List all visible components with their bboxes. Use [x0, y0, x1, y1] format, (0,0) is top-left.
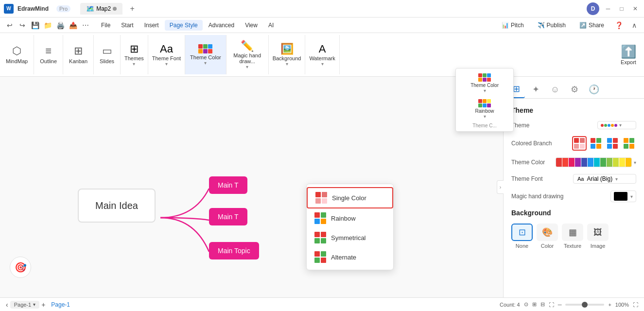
theme-font-button[interactable]: Aa Theme Font ▾ [148, 35, 185, 74]
slides-button[interactable]: ▭ Slides [94, 35, 121, 74]
svg-rect-12 [314, 251, 320, 257]
branch-option-1[interactable] [572, 136, 587, 151]
canvas[interactable]: Main Idea Main T Main T Main Topic 🎯 [0, 77, 503, 297]
background-button[interactable]: 🖼️ Background ▾ [269, 35, 306, 74]
zoom-level: 100% [615, 302, 629, 308]
theme-color-icon [198, 44, 212, 53]
context-rainbow[interactable]: Rainbow [307, 208, 393, 228]
panel-tab-emoji[interactable]: ☺ [546, 81, 564, 98]
fit-icon[interactable]: ⊙ [524, 301, 528, 308]
mindmap-button[interactable]: ⬡ MindMap [0, 35, 34, 74]
collapse-ribbon-button[interactable]: ∧ [628, 19, 640, 31]
export-quick-button[interactable]: 📤 [67, 19, 79, 31]
export-button[interactable]: ⬆️ Export [613, 35, 644, 74]
context-symmetrical[interactable]: Symmetrical [307, 228, 393, 247]
menu-advanced[interactable]: Advanced [204, 20, 239, 31]
main-idea-node[interactable]: Main Idea [78, 189, 156, 223]
fit-view-button[interactable]: ⛶ [633, 302, 638, 308]
panel-tab-ai[interactable]: ✦ [527, 81, 544, 98]
magic-hand-color[interactable]: ▾ [610, 190, 636, 202]
right-panel: › ⊞ ✦ ☺ ⚙ 🕐 Theme Theme [503, 77, 644, 297]
magic-hand-button[interactable]: ✏️ Magic hand draw... ▾ [226, 35, 269, 74]
title-bar-right: D ─ □ ✕ [587, 2, 640, 15]
dropdown-theme-color[interactable]: Theme Color ▾ [456, 70, 513, 96]
panel-tabs: ⊞ ✦ ☺ ⚙ 🕐 [504, 77, 644, 99]
panel-tab-settings[interactable]: ⚙ [566, 81, 583, 98]
theme-color-selector[interactable]: ▾ [556, 157, 636, 167]
theme-dropdown-arrow: ▾ [619, 122, 622, 128]
panel-tab-clock[interactable]: 🕐 [585, 81, 603, 98]
font-selector[interactable]: Aa Arial (Big) ▾ [573, 174, 636, 184]
more-button[interactable]: ⋯ [80, 19, 91, 31]
outline-button[interactable]: ≡ Outline [34, 35, 63, 74]
dropdown-theme-color-label: Theme Color [470, 83, 499, 88]
menu-start[interactable]: Start [116, 20, 138, 31]
svg-rect-21 [596, 138, 601, 143]
context-alternate[interactable]: Alternate [307, 247, 393, 267]
branch-option-2[interactable] [589, 136, 603, 151]
menu-file[interactable]: File [96, 20, 115, 31]
watermark-button[interactable]: A Watermark ▾ [305, 35, 339, 74]
publish-button[interactable]: ✈️ Publish [533, 20, 571, 31]
undo-button[interactable]: ↩ [4, 19, 16, 31]
dropdown-rainbow[interactable]: Rainbow ▾ [456, 96, 513, 122]
svg-rect-4 [314, 212, 320, 218]
pitch-button[interactable]: 📊 Pitch [497, 20, 529, 31]
current-page[interactable]: Page-1 ▾ [10, 301, 39, 309]
branch-options [572, 136, 636, 151]
bg-none[interactable]: ⊡ None [511, 224, 533, 249]
svg-rect-13 [321, 251, 326, 257]
page-dropdown-arrow: ▾ [33, 302, 35, 307]
page-nav-prev[interactable]: ‹ [6, 301, 8, 309]
add-page-button[interactable]: + [41, 301, 45, 309]
menu-page-style[interactable]: Page Style [165, 20, 203, 31]
collapse-panel-button[interactable]: › [497, 180, 504, 194]
folder-button[interactable]: 📁 [42, 19, 53, 31]
minimize-button[interactable]: ─ [603, 4, 613, 14]
theme-section-title: Theme [511, 106, 636, 114]
menu-bar: ↩ ↪ 💾 📁 🖨️ 📤 ⋯ File Start Insert Page St… [0, 17, 644, 33]
branch-option-3[interactable] [605, 136, 620, 151]
bg-color[interactable]: 🎨 Color [537, 224, 558, 249]
close-button[interactable]: ✕ [630, 4, 640, 14]
add-tab-button[interactable]: + [126, 3, 138, 15]
watermark-icon: A [319, 43, 326, 55]
share-button[interactable]: ↗️ Share [574, 20, 609, 31]
symmetrical-icon [314, 232, 326, 243]
topic-node-2[interactable]: Main T [209, 208, 247, 225]
grid-icon[interactable]: ⊟ [540, 301, 545, 308]
save-button[interactable]: 💾 [29, 19, 41, 31]
background-section-title: Background [511, 209, 636, 217]
menu-ai[interactable]: AI [263, 20, 278, 31]
print-button[interactable]: 🖨️ [54, 19, 66, 31]
theme-selector[interactable]: ▾ [597, 121, 636, 129]
user-avatar[interactable]: D [587, 2, 599, 15]
branch-option-4[interactable] [622, 136, 636, 151]
fullscreen-icon[interactable]: ⛶ [549, 302, 554, 308]
topic-node-3[interactable]: Main Topic [209, 242, 259, 259]
svg-rect-24 [607, 138, 612, 143]
magic-hand-label: Magic hand draw... [230, 52, 264, 64]
zoom-slider[interactable] [565, 304, 604, 306]
tab-map2[interactable]: 🗺️ Map2 [80, 3, 122, 15]
dropdown-theme-color-icon [478, 73, 491, 82]
context-single-color[interactable]: Single Color [307, 187, 393, 208]
maximize-button[interactable]: □ [617, 4, 627, 14]
theme-color-button[interactable]: Theme Color ▾ Theme Color ▾ [185, 35, 226, 74]
rainbow-icon [314, 212, 326, 224]
font-selector-arrow: ▾ [615, 176, 618, 182]
bg-image[interactable]: 🖼 Image [587, 224, 609, 249]
menu-view[interactable]: View [240, 20, 262, 31]
help-button[interactable]: ❓ [613, 19, 625, 31]
alternate-label: Alternate [331, 254, 356, 261]
bg-none-label: None [516, 243, 528, 249]
bg-texture[interactable]: ▦ Texture [562, 224, 583, 249]
layout-icon[interactable]: ⊞ [532, 301, 537, 308]
themes-button[interactable]: ⊞ Themes ▾ [121, 35, 148, 74]
svg-rect-23 [596, 144, 601, 149]
theme-color-bar[interactable] [556, 157, 632, 167]
redo-button[interactable]: ↪ [17, 19, 28, 31]
menu-insert[interactable]: Insert [139, 20, 164, 31]
topic-node-1[interactable]: Main T [209, 176, 247, 194]
kanban-button[interactable]: ⊞ Kanban [63, 35, 94, 74]
